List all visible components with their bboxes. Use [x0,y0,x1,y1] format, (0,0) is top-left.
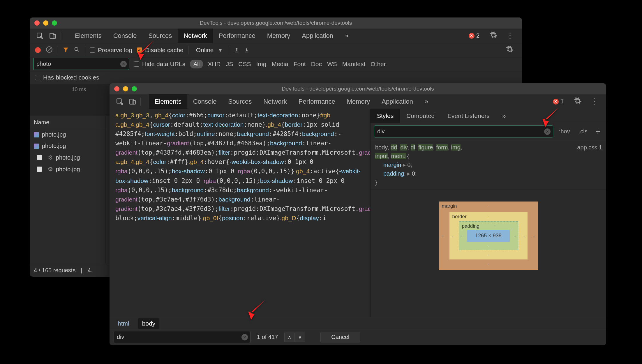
tab-sources[interactable]: Sources [222,94,257,109]
device-toggle-icon[interactable] [48,31,58,41]
type-other[interactable]: Other [371,61,386,68]
source-link[interactable]: app.css:1 [577,143,602,152]
download-icon[interactable] [244,47,250,53]
checkbox-icon[interactable] [35,75,40,80]
preserve-log-checkbox[interactable]: Preserve log [90,47,132,54]
tab-application[interactable]: Application [296,29,339,43]
type-xhr[interactable]: XHR [208,61,221,68]
settings-icon[interactable] [489,31,498,40]
file-name: photo.jpg [56,154,80,161]
clear-icon[interactable] [45,46,53,54]
css-rule[interactable]: app.css:1 body, dd, div, dl, figure, for… [371,140,606,190]
filter-input[interactable]: photo ✕ [33,58,129,70]
styles-tab-overflow-icon[interactable]: » [496,109,512,123]
inspect-icon[interactable] [35,31,45,41]
new-rule-icon[interactable]: + [593,127,603,136]
clear-filter-icon[interactable]: ✕ [544,128,551,135]
styles-tab-eventlisteners[interactable]: Event Listeners [441,109,496,123]
cancel-button[interactable]: Cancel [320,332,360,342]
clear-filter-icon[interactable]: ✕ [120,61,127,67]
box-border[interactable]: border - - - - padding - - - - 12 [449,212,528,259]
find-next-icon[interactable]: ∨ [295,333,305,342]
file-row[interactable]: photo.jpg [30,129,105,140]
box-padding[interactable]: padding - - - - 1265 × 938 [459,221,518,250]
file-row[interactable]: ⚙photo.jpg [30,152,105,163]
tab-performance[interactable]: Performance [213,29,261,43]
device-toggle-icon[interactable] [128,97,137,107]
error-badge[interactable]: ✕ 1 [553,98,564,105]
minimize-icon[interactable] [123,86,128,91]
separator [229,46,229,54]
tab-sources[interactable]: Sources [142,29,178,43]
type-ws[interactable]: WS [327,61,337,68]
tab-memory[interactable]: Memory [261,29,296,43]
titlebar[interactable]: DevTools - developers.google.com/web/too… [30,17,522,29]
styles-filter-input[interactable]: div ✕ [374,126,553,137]
filter-icon[interactable] [63,46,69,54]
type-manifest[interactable]: Manifest [342,61,365,68]
panel-tabs: Elements Console Sources Network Perform… [69,29,354,43]
styles-tab-styles[interactable]: Styles [371,109,400,123]
file-row[interactable]: ⚙photo.jpg [30,163,105,175]
tab-elements[interactable]: Elements [69,29,107,43]
disable-cache-checkbox[interactable]: Disable cache [137,47,184,54]
filter-bar: photo ✕ Hide data URLs All XHR JS CSS Im… [30,57,522,71]
close-icon[interactable] [34,20,40,26]
box-model[interactable]: margin - - - - border - - - - padding [371,190,606,282]
hide-data-urls-checkbox[interactable]: Hide data URLs [134,61,185,68]
file-row[interactable]: photo.jpg [30,140,105,152]
crumb-html[interactable]: html [114,318,133,329]
type-media[interactable]: Media [271,61,288,68]
tab-performance[interactable]: Performance [293,94,341,109]
transfer-size: 4. [88,267,93,274]
styles-tab-computed[interactable]: Computed [400,109,441,123]
type-font[interactable]: Font [294,61,306,68]
type-img[interactable]: Img [256,61,266,68]
cls-toggle[interactable]: .cls [576,126,590,137]
inspect-icon[interactable] [115,97,125,107]
name-header[interactable]: Name [30,116,105,129]
stylesheet-source[interactable]: a.gb_3.gb_3,.gb_4{color:#666;cursor:defa… [110,109,370,317]
crumb-body[interactable]: body [138,318,160,329]
tab-network[interactable]: Network [178,29,213,43]
tab-console[interactable]: Console [187,94,223,109]
file-name: photo.jpg [42,131,66,138]
clear-find-icon[interactable]: ✕ [241,334,248,340]
error-badge[interactable]: ✕ 2 [469,32,479,39]
tab-console[interactable]: Console [107,29,143,43]
rule-declaration[interactable]: margin:▸ 0; [375,160,602,169]
checkbox-icon [137,47,142,53]
box-content[interactable]: 1265 × 938 [467,230,510,242]
upload-icon[interactable] [234,47,240,53]
zoom-icon[interactable] [132,86,137,91]
box-margin[interactable]: margin - - - - border - - - - padding [439,202,538,270]
more-icon[interactable]: ⋮ [588,97,601,106]
close-icon[interactable] [114,86,119,91]
styles-filter-row: div ✕ :hov .cls + [371,123,606,140]
find-input[interactable]: div ✕ [114,331,251,343]
tab-network[interactable]: Network [257,94,293,109]
tab-elements[interactable]: Elements [149,94,187,109]
find-prev-icon[interactable]: ∧ [284,333,295,342]
disable-cache-label: Disable cache [145,47,184,54]
throttle-select[interactable]: Online [193,45,224,55]
settings-icon[interactable] [574,97,582,106]
search-icon[interactable] [74,46,80,54]
tab-application[interactable]: Application [376,94,419,109]
tab-memory[interactable]: Memory [341,94,376,109]
svg-rect-6 [130,99,134,104]
tab-overflow-icon[interactable]: » [339,29,354,43]
zoom-icon[interactable] [52,20,57,26]
more-icon[interactable]: ⋮ [503,31,517,40]
rule-declaration[interactable]: padding: ▸ 0; [375,169,602,178]
titlebar[interactable]: DevTools - developers.google.com/web/too… [110,83,606,94]
panel-settings-icon[interactable] [506,45,514,55]
type-all-pill[interactable]: All [190,60,203,68]
hov-toggle[interactable]: :hov [556,126,573,137]
type-css[interactable]: CSS [238,61,251,68]
type-doc[interactable]: Doc [311,61,322,68]
tab-overflow-icon[interactable]: » [419,94,434,109]
record-icon[interactable] [35,47,41,53]
type-js[interactable]: JS [226,61,233,68]
minimize-icon[interactable] [43,20,48,26]
